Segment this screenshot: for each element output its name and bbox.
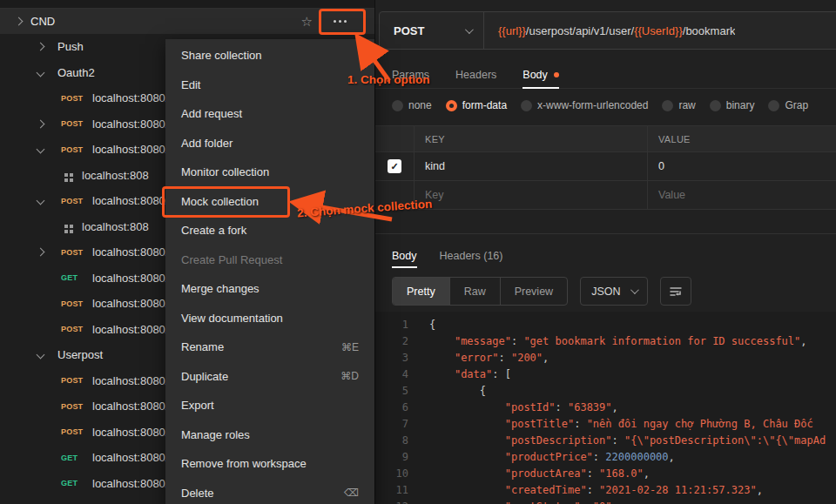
code-text: "createdTime": "2021-02-28 11:21:57.323"…	[414, 482, 763, 499]
radio-circle-icon	[392, 100, 403, 111]
wrap-text-button[interactable]	[660, 277, 691, 306]
body-type-radio[interactable]: none	[392, 99, 432, 111]
example-icon	[64, 173, 68, 177]
key-cell-placeholder[interactable]: Key	[415, 181, 648, 209]
chevron-icon[interactable]	[36, 43, 44, 51]
chevron-icon[interactable]	[36, 248, 44, 257]
view-mode-raw[interactable]: Raw	[450, 278, 501, 305]
menu-item-shortcut: ⌘D	[340, 370, 359, 382]
more-options-icon[interactable]	[325, 11, 355, 31]
code-line: 11 "createdTime": "2021-02-28 11:21:57.3…	[375, 482, 836, 499]
tab-headers[interactable]: Headers	[455, 61, 496, 88]
value-cell-placeholder[interactable]: Value	[648, 181, 836, 209]
tree-item-label: localhost:8080/o	[92, 118, 175, 131]
table-row[interactable]: Key Value	[375, 181, 836, 210]
context-menu-item[interactable]: Monitor collection	[165, 158, 374, 187]
request-method-badge: POST	[61, 94, 92, 103]
value-cell[interactable]: 0	[648, 152, 836, 180]
code-lines: 1 { 2 "message": "get bookmark informati…	[375, 317, 836, 504]
radio-circle-icon	[710, 100, 721, 111]
request-method-badge: POST	[61, 299, 92, 308]
tree-item-label: localhost:8080/a	[92, 143, 175, 156]
format-dropdown[interactable]: JSON	[580, 277, 648, 306]
chevron-icon[interactable]	[36, 197, 44, 205]
chevron-right-icon[interactable]	[15, 17, 24, 26]
tree-item-label: localhost:808	[82, 220, 149, 233]
tree-item-label: localhost:8080/	[92, 194, 168, 207]
code-text: "postTitle": "nền đôi ngay chợ Phường B,…	[414, 416, 813, 433]
view-mode-pretty[interactable]: Pretty	[393, 278, 450, 305]
chevron-icon[interactable]	[36, 145, 44, 154]
code-text: "error": "200",	[414, 350, 549, 366]
body-type-radio[interactable]: Grap	[768, 99, 808, 111]
context-menu-item[interactable]: Create Pull Request	[165, 245, 374, 275]
tree-item-label: localhost:808	[82, 169, 149, 182]
context-menu-item[interactable]: View documentation	[165, 304, 374, 333]
collection-context-menu: Share collection Edit Add request Add fo…	[165, 39, 374, 504]
context-menu-item[interactable]: Merge changes	[165, 274, 374, 304]
collection-header-row[interactable]: CND ☆	[0, 9, 374, 34]
context-menu-item[interactable]: Add request	[165, 99, 374, 129]
chevron-icon[interactable]	[36, 119, 44, 128]
request-method-badge: POST	[61, 325, 92, 333]
context-menu-item[interactable]: Rename ⌘E	[165, 333, 374, 362]
row-check-cell[interactable]: ✓	[375, 152, 415, 180]
request-method-badge: POST	[61, 376, 92, 385]
menu-item-label: Merge changes	[181, 282, 260, 295]
context-menu-item[interactable]: Share collection	[165, 41, 374, 71]
response-tab-headers[interactable]: Headers (16)	[440, 250, 503, 262]
request-tabs: Params Headers Body	[375, 61, 836, 89]
menu-item-shortcut: ⌘E	[341, 341, 359, 353]
context-menu-item[interactable]: Manage roles	[165, 420, 374, 450]
code-line: 4 "data": [	[375, 366, 836, 383]
body-type-radio[interactable]: binary	[710, 99, 755, 111]
chevron-slot	[33, 146, 47, 152]
line-number: 6	[375, 400, 414, 416]
body-type-radio[interactable]: form-data	[446, 99, 507, 111]
context-menu-item[interactable]: Create a fork	[165, 216, 374, 245]
context-menu-item[interactable]: Add folder	[165, 129, 374, 158]
response-tab-body[interactable]: Body	[392, 250, 417, 262]
chevron-slot	[33, 480, 47, 487]
line-number: 1	[375, 317, 414, 333]
chevron-icon[interactable]	[36, 351, 44, 360]
context-menu-item[interactable]: Delete ⌫	[165, 479, 374, 504]
checkbox-checked-icon[interactable]: ✓	[388, 159, 401, 173]
menu-item-label: Share collection	[181, 49, 262, 62]
response-body-code[interactable]: 1 { 2 "message": "get bookmark informati…	[375, 312, 836, 504]
body-type-radio[interactable]: raw	[662, 99, 695, 111]
code-text: "productArea": "168.0",	[414, 466, 650, 482]
code-line: 3 "error": "200",	[375, 350, 836, 366]
context-menu-item[interactable]: Duplicate ⌘D	[165, 362, 374, 392]
postman-window: CND ☆ Push Oauth2 POST localhost:8080/o …	[0, 0, 836, 504]
tree-item-label: localhost:8080/a	[92, 245, 175, 259]
wrap-text-icon	[669, 285, 683, 299]
context-menu-item[interactable]: Remove from workspace	[165, 449, 374, 479]
table-row[interactable]: ✓ kind 0	[375, 152, 836, 181]
request-panel: POST {{url}}/userpost/api/v1/user/{{User…	[374, 0, 836, 504]
tab-body[interactable]: Body	[522, 61, 559, 88]
context-menu-item[interactable]: Edit	[165, 71, 374, 100]
menu-item-label: View documentation	[181, 312, 283, 325]
star-icon[interactable]: ☆	[301, 15, 313, 28]
request-method-badge: GET	[61, 454, 92, 462]
menu-item-label: Add folder	[181, 137, 233, 150]
line-number: 4	[375, 366, 414, 383]
body-type-radio[interactable]: x-www-form-urlencoded	[521, 99, 648, 111]
chevron-slot	[33, 300, 47, 306]
url-input[interactable]: {{url}}/userpost/api/v1/user/{{UserId}}/…	[484, 24, 735, 37]
chevron-slot	[33, 249, 47, 255]
chevron-down-icon	[465, 25, 474, 34]
menu-item-label: Create a fork	[181, 224, 246, 237]
code-text: "message": "get bookmark information for…	[414, 333, 807, 350]
chevron-down-icon	[630, 286, 639, 294]
method-dropdown[interactable]: POST	[380, 12, 484, 49]
code-line: 12 "postStatus": "0",	[375, 499, 836, 504]
key-cell[interactable]: kind	[415, 152, 648, 180]
view-mode-preview[interactable]: Preview	[501, 278, 567, 305]
code-line: 1 {	[375, 317, 836, 333]
view-mode-group: Pretty Raw Preview	[392, 277, 568, 306]
context-menu-item[interactable]: Export	[165, 391, 374, 420]
method-label: POST	[394, 24, 424, 37]
chevron-icon[interactable]	[36, 68, 44, 77]
